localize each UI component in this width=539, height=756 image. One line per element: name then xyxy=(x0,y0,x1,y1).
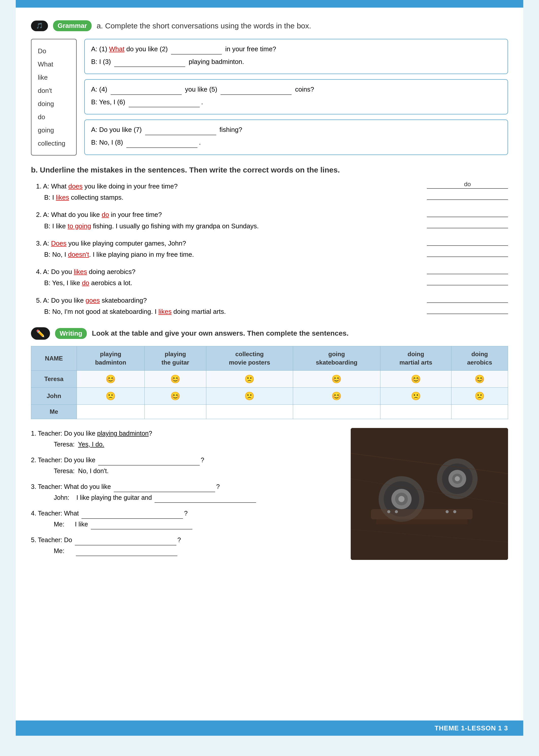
part-b-exercises: 1. A: What does you like doing in your f… xyxy=(31,181,508,317)
table-row-me: Me xyxy=(31,405,508,419)
grammar-icon: 🎵 xyxy=(36,23,43,29)
exercise-item-1: 1. A: What does you like doing in your f… xyxy=(31,181,508,203)
writing-label: Writing xyxy=(55,328,87,339)
svg-point-16 xyxy=(446,510,449,513)
table-header-name: NAME xyxy=(31,346,77,371)
name-teresa: Teresa xyxy=(31,371,77,388)
svg-point-14 xyxy=(387,510,390,513)
word-item: going xyxy=(38,123,70,137)
sentence-student-2: Teresa: No, I don't. xyxy=(31,465,343,476)
exercise-line-a: 2. A: What do you like do in your free t… xyxy=(31,209,259,220)
table-row-teresa: Teresa 😊 😊 🙁 😊 😊 😊 xyxy=(31,371,508,388)
sentence-teacher-2: 2. Teacher: Do you like ? xyxy=(31,454,343,465)
exercise-line-b: B: Yes, I like do aerobics a lot. xyxy=(31,277,135,289)
exercise-line-a: 1. A: What does you like doing in your f… xyxy=(31,181,178,192)
answer-line-5b xyxy=(427,306,508,314)
word-box: Do What like don't doing do going collec… xyxy=(31,39,77,156)
svg-point-6 xyxy=(398,496,405,502)
svg-rect-12 xyxy=(371,509,473,519)
skateboard-photo xyxy=(351,428,508,560)
word-item: don't xyxy=(38,84,70,97)
writing-header: ✏️ Writing Look at the table and give yo… xyxy=(31,327,508,340)
conversation-1: A: (1) What do you like (2) in your free… xyxy=(84,39,508,74)
me-martialarts xyxy=(380,405,451,419)
word-item: What xyxy=(38,58,70,71)
skateboard-image xyxy=(351,428,508,560)
answer-line-5a xyxy=(427,295,508,303)
grammar-badge: 🎵 xyxy=(31,21,48,31)
exercise-line-b: B: I likes collecting stamps. xyxy=(31,192,178,203)
exercise-line-b: B: No, I'm not good at skateboarding. I … xyxy=(31,306,226,317)
sentence-item-2: 2. Teacher: Do you like ? Teresa: No, I … xyxy=(31,454,343,476)
sentences-section: 1. Teacher: Do you like playing badminto… xyxy=(31,428,508,561)
sentence-teacher-1: 1. Teacher: Do you like playing badminto… xyxy=(31,428,343,439)
me-guitar xyxy=(145,405,206,419)
table-header-badminton: playingbadminton xyxy=(77,346,144,371)
convo-line: A: (1) What do you like (2) in your free… xyxy=(91,44,501,54)
john-martialarts: 🙁 xyxy=(380,388,451,405)
conversation-3: A: Do you like (7) fishing? B: No, I (8)… xyxy=(84,119,508,155)
table-header-martialarts: doingmartial arts xyxy=(380,346,451,371)
exercise-item-3: 3. A: Does you like playing computer gam… xyxy=(31,238,508,260)
conversation-2: A: (4) you like (5) coins? B: Yes, I (6)… xyxy=(84,79,508,114)
teresa-badminton: 😊 xyxy=(77,371,144,388)
answer-line-3b xyxy=(427,249,508,257)
answer-line-4a xyxy=(427,266,508,274)
exercise-item-5: 5. A: Do you like goes skateboarding? B:… xyxy=(31,295,508,317)
teresa-aerobics: 😊 xyxy=(451,371,508,388)
sentence-student-1: Teresa: Yes, I do. xyxy=(31,439,343,450)
sentence-student-5: Me: xyxy=(31,545,343,556)
table-header-aerobics: doingaerobics xyxy=(451,346,508,371)
skateboard-svg xyxy=(351,428,508,560)
writing-icon: ✏️ xyxy=(36,329,45,338)
svg-rect-13 xyxy=(376,519,467,524)
grammar-content: Do What like don't doing do going collec… xyxy=(31,39,508,156)
grammar-header: 🎵 Grammar a. Complete the short conversa… xyxy=(31,20,508,31)
me-skateboarding xyxy=(293,405,380,419)
exercise-line-a: 5. A: Do you like goes skateboarding? xyxy=(31,295,226,306)
writing-instruction: Look at the table and give your own answ… xyxy=(92,329,348,337)
word-item: collecting xyxy=(38,137,70,150)
word-item: do xyxy=(38,110,70,123)
sentence-teacher-3: 3. Teacher: What do you like ? xyxy=(31,481,343,492)
sentence-teacher-5: 5. Teacher: Do ? xyxy=(31,534,343,545)
convo-line: B: No, I (8) . xyxy=(91,137,501,148)
name-me: Me xyxy=(31,405,77,419)
answer-line-2a xyxy=(427,209,508,217)
sentence-item-1: 1. Teacher: Do you like playing badminto… xyxy=(31,428,343,449)
answer-line-2b xyxy=(427,220,508,228)
sentence-student-4: Me: I like xyxy=(31,519,343,530)
sentences-left: 1. Teacher: Do you like playing badminto… xyxy=(31,428,343,561)
sentence-item-3: 3. Teacher: What do you like ? John: I l… xyxy=(31,481,343,503)
svg-point-11 xyxy=(455,476,460,481)
part-b-header: b. Underline the mistakes in the sentenc… xyxy=(31,166,508,174)
answer-line-3a xyxy=(427,238,508,246)
answer-line-1a: do xyxy=(427,181,508,189)
exercise-line-b: B: I like to going fishing. I usually go… xyxy=(31,221,259,232)
footer: THEME 1-LESSON 1 3 xyxy=(16,721,523,736)
grammar-label: Grammar xyxy=(53,20,92,31)
section-a-title: a. Complete the short conversations usin… xyxy=(97,22,311,30)
footer-text: THEME 1-LESSON 1 3 xyxy=(434,724,508,732)
convo-line: B: Yes, I (6) . xyxy=(91,97,501,107)
sentence-item-4: 4. Teacher: What ? Me: I like xyxy=(31,508,343,529)
svg-point-15 xyxy=(395,510,398,513)
me-aerobics xyxy=(451,405,508,419)
me-badminton xyxy=(77,405,144,419)
table-row-john: John 🙁 😊 🙁 😊 🙁 🙁 xyxy=(31,388,508,405)
sentence-teacher-4: 4. Teacher: What ? xyxy=(31,508,343,519)
svg-point-17 xyxy=(453,510,456,513)
name-john: John xyxy=(31,388,77,405)
john-guitar: 😊 xyxy=(145,388,206,405)
convo-line: B: I (3) playing badminton. xyxy=(91,57,501,67)
john-skateboarding: 😊 xyxy=(293,388,380,405)
conversations: A: (1) What do you like (2) in your free… xyxy=(84,39,508,156)
teresa-guitar: 😊 xyxy=(145,371,206,388)
exercise-line-a: 3. A: Does you like playing computer gam… xyxy=(31,238,194,249)
writing-badge: ✏️ xyxy=(31,327,50,340)
teresa-skateboarding: 😊 xyxy=(293,371,380,388)
sentence-item-5: 5. Teacher: Do ? Me: xyxy=(31,534,343,556)
table-header-guitar: playingthe guitar xyxy=(145,346,206,371)
exercise-line-b: B: No, I doesn't. I like playing piano i… xyxy=(31,249,194,260)
table-header-skateboarding: goingskateboarding xyxy=(293,346,380,371)
